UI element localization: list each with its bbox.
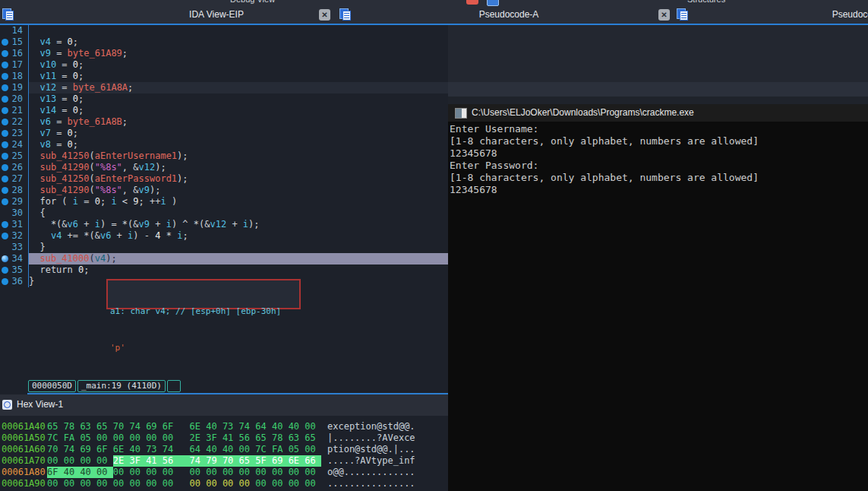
hex-byte[interactable]: 00 (255, 467, 272, 478)
hex-byte[interactable]: FA (64, 432, 80, 444)
hex-ascii[interactable]: o@@............. (327, 467, 415, 477)
hex-ascii[interactable]: ................ (327, 478, 415, 489)
hex-byte[interactable]: 74 (163, 444, 179, 455)
hex-byte[interactable]: 00 (272, 478, 289, 489)
hex-byte[interactable]: 2E (113, 455, 130, 467)
code-line[interactable]: 33 } (0, 242, 448, 253)
hex-byte[interactable]: 41 (146, 455, 163, 467)
breakpoint-dot[interactable] (2, 233, 8, 239)
breakpoint-dot[interactable] (2, 84, 8, 91)
hex-byte[interactable]: 73 (223, 421, 239, 432)
code-text[interactable]: sub_41250(aEnterPassword1); (28, 173, 448, 185)
tab-ida-view-eip[interactable]: IDA View-EIP (171, 9, 262, 20)
hex-byte[interactable]: 7C (255, 444, 272, 455)
hex-byte[interactable]: 40 (129, 444, 146, 455)
hex-byte[interactable]: 00 (96, 467, 113, 478)
breakpoint-dot[interactable] (2, 119, 8, 125)
hex-byte[interactable]: 74 (239, 421, 256, 432)
hex-byte[interactable]: 74 (129, 421, 146, 432)
code-line[interactable]: 35 return 0; (0, 265, 448, 276)
code-line[interactable]: 34 sub_41000(v4); (0, 253, 448, 265)
hex-byte[interactable]: 40 (64, 467, 80, 478)
code-line[interactable]: 24 v8 = 0; (0, 139, 448, 150)
hex-row[interactable]: 00061A40657863657074696F6E40737464404000… (0, 421, 448, 432)
hex-byte[interactable]: 00 (255, 478, 272, 489)
hex-byte[interactable]: 00 (96, 455, 113, 467)
code-text[interactable]: v4 += *(&v6 + i) - 4 * i; (28, 230, 448, 242)
code-line[interactable]: 15 v4 = 0; (0, 36, 448, 48)
code-line[interactable]: 21 v14 = 0; (0, 105, 448, 116)
hex-byte[interactable]: 3F (129, 455, 146, 467)
hex-byte[interactable]: 00 (113, 478, 130, 489)
hex-byte[interactable]: 00 (272, 467, 289, 478)
breakpoint-dot[interactable] (2, 73, 8, 80)
code-text[interactable]: v11 = 0; (28, 71, 448, 82)
tab-hex-view-1[interactable]: Hex View-1 (17, 399, 63, 410)
hex-byte[interactable]: 70 (47, 444, 64, 455)
breakpoint-dot[interactable] (2, 164, 8, 171)
code-line[interactable]: 29 for ( i = 0; i < 9; ++i ) (0, 196, 448, 207)
code-line[interactable]: 27 sub_41250(aEnterPassword1); (0, 173, 448, 185)
hex-byte[interactable]: 70 (113, 421, 130, 432)
hex-byte[interactable]: 65 (96, 421, 113, 432)
code-text[interactable]: sub_41250(aEnterUsername1); (28, 150, 448, 162)
hex-row[interactable]: 00061A806F404000000000000000000000000000… (0, 467, 448, 478)
code-text[interactable]: sub_41290("%8s", &v12); (28, 162, 448, 173)
hex-byte[interactable]: 00 (129, 478, 146, 489)
breakpoint-dot[interactable] (2, 50, 8, 57)
hex-byte[interactable]: 6E (113, 444, 130, 455)
tab-pseudocode-a[interactable]: Pseudocode-A (463, 9, 554, 20)
code-line[interactable]: 23 v7 = 0; (0, 128, 448, 139)
hex-byte[interactable]: 00 (129, 467, 146, 478)
hex-byte[interactable]: 65 (305, 432, 321, 444)
hex-byte[interactable]: 00 (80, 455, 96, 467)
hex-byte[interactable]: 05 (289, 444, 305, 455)
code-line[interactable]: 20 v13 = 0; (0, 93, 448, 105)
code-line[interactable]: 18 v11 = 0; (0, 71, 448, 82)
code-line[interactable]: 19 v12 = byte_61A8A; (0, 82, 448, 93)
close-window-icon[interactable] (466, 0, 478, 5)
code-text[interactable]: v13 = 0; (28, 93, 448, 105)
code-text[interactable] (28, 25, 448, 36)
code-text[interactable]: } (28, 242, 448, 253)
code-text[interactable]: v8 = 0; (28, 139, 448, 150)
code-line[interactable]: 30 { (0, 207, 448, 219)
code-text[interactable]: v14 = 0; (28, 105, 448, 116)
hex-byte[interactable]: 00 (190, 467, 207, 478)
code-line[interactable]: 32 v4 += *(&v6 + i) - 4 * i; (0, 230, 448, 242)
breakpoint-dot[interactable] (2, 62, 8, 68)
breakpoint-dot[interactable] (2, 130, 8, 137)
code-line[interactable]: 31 *(&v6 + i) = *(&v9 + i) ^ *(&v12 + i)… (0, 219, 448, 230)
close-icon[interactable]: ✕ (319, 9, 330, 21)
code-text[interactable]: for ( i = 0; i < 9; ++i ) (28, 196, 448, 207)
hex-ascii[interactable]: .....?AVtype_inf (327, 455, 415, 466)
hex-byte[interactable]: 6F (163, 421, 179, 432)
code-line[interactable]: 16 v9 = byte_61A89; (0, 48, 448, 59)
hex-byte[interactable]: 00 (129, 432, 146, 444)
breakpoint-dot[interactable] (2, 96, 8, 103)
breakpoint-dot[interactable] (2, 141, 8, 148)
hex-byte[interactable]: FA (272, 444, 289, 455)
code-line[interactable]: 26 sub_41290("%8s", &v12); (0, 162, 448, 173)
hex-byte[interactable]: 00 (206, 478, 223, 489)
hex-ascii[interactable]: exception@std@@. (327, 421, 415, 432)
hex-byte[interactable]: 00 (289, 478, 305, 489)
hex-byte[interactable]: 70 (223, 455, 239, 467)
hex-byte[interactable]: 40 (80, 467, 96, 478)
hex-byte[interactable]: 7C (47, 432, 64, 444)
code-text[interactable]: { (28, 207, 448, 219)
console-title-bar[interactable]: C:\Users\ELJoOker\Downloads\Programs\cra… (448, 104, 868, 122)
hex-byte[interactable]: 56 (239, 432, 256, 444)
code-text[interactable]: v10 = 0; (28, 59, 448, 71)
hex-byte[interactable]: 00 (223, 478, 239, 489)
code-text[interactable]: v12 = byte_61A8A; (28, 82, 448, 93)
code-text[interactable]: v4 = 0; (28, 36, 448, 48)
hex-byte[interactable]: 74 (179, 455, 207, 467)
breakpoint-dot[interactable] (2, 187, 8, 194)
hex-byte[interactable]: 05 (80, 432, 96, 444)
hex-byte[interactable]: 74 (64, 444, 80, 455)
console-output[interactable]: Enter Username:[1-8 characters, only alp… (450, 123, 866, 196)
hex-byte[interactable]: 00 (239, 467, 256, 478)
hex-byte[interactable]: 00 (64, 478, 80, 489)
hex-row[interactable]: 00061A507CFA0500000000002E3F415665786365… (0, 432, 448, 444)
